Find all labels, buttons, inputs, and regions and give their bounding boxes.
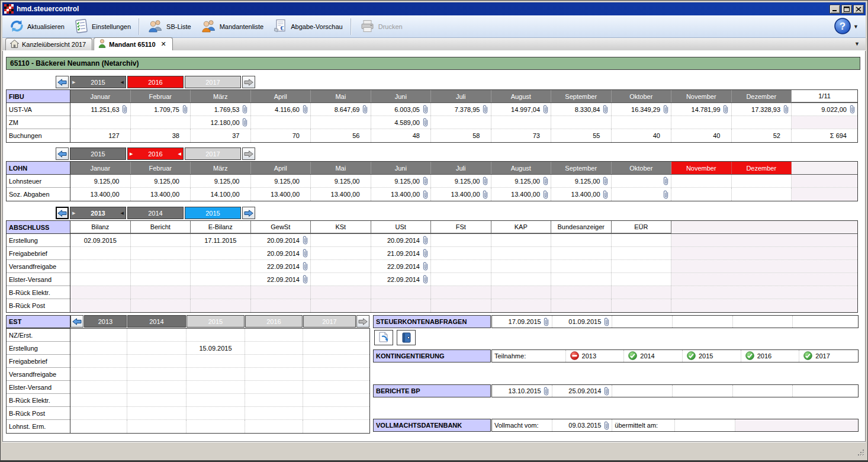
table-cell[interactable]: 40 bbox=[671, 129, 732, 142]
table-cell[interactable]: 56 bbox=[311, 129, 371, 142]
yearbar-right-arrow-button[interactable] bbox=[356, 315, 369, 328]
empty-cell[interactable] bbox=[612, 385, 673, 397]
table-cell[interactable] bbox=[491, 260, 552, 272]
table-cell[interactable] bbox=[491, 273, 552, 285]
table-cell[interactable] bbox=[70, 329, 127, 341]
participation-year-2017[interactable]: 2017 bbox=[799, 350, 858, 362]
paperclip-icon[interactable] bbox=[240, 118, 250, 127]
table-cell[interactable] bbox=[131, 286, 191, 299]
table-cell[interactable] bbox=[303, 368, 369, 380]
table-cell[interactable] bbox=[187, 420, 245, 433]
paperclip-icon[interactable] bbox=[541, 317, 552, 326]
paperclip-icon[interactable] bbox=[601, 317, 612, 326]
paperclip-icon[interactable] bbox=[300, 275, 310, 284]
table-cell[interactable] bbox=[191, 273, 251, 285]
table-cell[interactable]: 14.100,00 bbox=[191, 188, 251, 201]
table-cell[interactable] bbox=[131, 116, 191, 129]
table-cell[interactable]: 20.09.2014 bbox=[251, 234, 311, 246]
table-cell[interactable]: 8.330,84 bbox=[551, 103, 612, 116]
year-button-2017[interactable]: 2017 bbox=[185, 147, 241, 160]
table-cell[interactable] bbox=[127, 381, 187, 393]
table-cell[interactable] bbox=[187, 394, 245, 406]
table-cell[interactable]: 15.09.2015 bbox=[187, 342, 245, 354]
empty-cell[interactable] bbox=[733, 385, 793, 397]
table-cell[interactable] bbox=[612, 175, 672, 187]
paperclip-icon[interactable] bbox=[480, 190, 491, 199]
table-cell[interactable] bbox=[371, 299, 432, 312]
resize-grip[interactable] bbox=[857, 448, 865, 458]
table-cell[interactable] bbox=[131, 299, 191, 312]
paperclip-icon[interactable] bbox=[660, 177, 671, 185]
table-cell[interactable]: 21.09.2014 bbox=[371, 247, 432, 259]
table-cell[interactable] bbox=[551, 234, 612, 246]
table-cell[interactable]: 17.328,93 bbox=[732, 103, 792, 116]
table-cell[interactable]: 12.180,00 bbox=[191, 116, 251, 129]
paperclip-icon[interactable] bbox=[660, 190, 671, 199]
paperclip-icon[interactable] bbox=[420, 249, 430, 258]
table-cell[interactable]: 9.125,00 bbox=[371, 175, 432, 187]
table-cell[interactable] bbox=[431, 286, 491, 299]
paperclip-icon[interactable] bbox=[179, 105, 190, 114]
table-cell[interactable]: 58 bbox=[431, 129, 491, 142]
table-cell[interactable] bbox=[127, 355, 187, 367]
paperclip-icon[interactable] bbox=[541, 387, 552, 396]
table-cell[interactable] bbox=[303, 381, 369, 393]
table-cell[interactable] bbox=[671, 175, 732, 187]
yearbar-left-arrow-button[interactable] bbox=[56, 76, 69, 88]
paperclip-icon[interactable] bbox=[601, 421, 612, 430]
yearbar-left-arrow-button[interactable] bbox=[56, 207, 69, 219]
paperclip-icon[interactable] bbox=[420, 177, 430, 185]
table-cell[interactable]: 13.400,00 bbox=[551, 188, 612, 201]
table-cell[interactable] bbox=[187, 381, 245, 393]
table-cell[interactable] bbox=[187, 368, 245, 380]
table-cell[interactable]: 22.09.2014 bbox=[251, 273, 311, 285]
paperclip-icon[interactable] bbox=[120, 105, 130, 114]
paperclip-icon[interactable] bbox=[600, 177, 611, 185]
date-cell[interactable]: 01.09.2015 bbox=[552, 316, 613, 328]
table-cell[interactable] bbox=[491, 116, 552, 129]
table-cell[interactable] bbox=[431, 260, 491, 272]
table-cell[interactable] bbox=[191, 247, 251, 259]
table-cell[interactable] bbox=[303, 342, 369, 354]
table-cell[interactable] bbox=[303, 329, 369, 341]
table-cell[interactable]: 22.09.2014 bbox=[371, 260, 432, 272]
table-cell[interactable]: 6.003,05 bbox=[371, 103, 432, 116]
table-cell[interactable]: 52 bbox=[732, 129, 792, 142]
table-cell[interactable]: 55 bbox=[551, 129, 612, 142]
table-cell[interactable] bbox=[245, 420, 303, 433]
table-cell[interactable] bbox=[311, 286, 371, 299]
table-cell[interactable] bbox=[245, 329, 303, 341]
table-cell[interactable] bbox=[732, 175, 792, 187]
table-cell[interactable] bbox=[127, 329, 187, 341]
table-cell[interactable] bbox=[303, 420, 369, 433]
table-cell[interactable]: 40 bbox=[612, 129, 672, 142]
table-cell[interactable] bbox=[612, 188, 672, 201]
table-cell[interactable] bbox=[187, 329, 245, 341]
paperclip-icon[interactable] bbox=[420, 236, 430, 245]
table-cell[interactable] bbox=[491, 234, 552, 246]
table-cell[interactable] bbox=[303, 407, 369, 419]
year-button-2013[interactable]: 2013 bbox=[84, 315, 127, 328]
table-cell[interactable] bbox=[612, 234, 672, 246]
table-cell[interactable] bbox=[612, 286, 672, 299]
date-cell[interactable]: 09.03.2015 bbox=[552, 419, 613, 431]
table-cell[interactable] bbox=[612, 273, 672, 285]
year-button-2014[interactable]: 2014 bbox=[127, 207, 184, 219]
table-cell[interactable] bbox=[251, 299, 311, 312]
table-cell[interactable] bbox=[70, 381, 127, 393]
table-cell[interactable]: 02.09.2015 bbox=[70, 234, 131, 246]
table-cell[interactable]: 14.997,04 bbox=[491, 103, 552, 116]
help-dropdown-icon[interactable]: ▼ bbox=[853, 24, 859, 30]
table-cell[interactable] bbox=[70, 355, 127, 367]
table-cell[interactable]: 9.125,00 bbox=[311, 175, 371, 187]
table-cell[interactable] bbox=[70, 420, 127, 433]
table-cell[interactable] bbox=[187, 407, 245, 419]
table-cell[interactable] bbox=[612, 116, 672, 129]
table-cell[interactable] bbox=[311, 247, 371, 259]
empty-cell[interactable] bbox=[733, 316, 793, 328]
table-cell[interactable] bbox=[251, 116, 311, 129]
table-cell[interactable]: 22.09.2014 bbox=[251, 260, 311, 272]
table-cell[interactable]: 22.09.2014 bbox=[371, 273, 432, 285]
tab-1[interactable]: Kanzleiübersicht 2017 bbox=[5, 38, 92, 50]
tab-list-dropdown-icon[interactable]: ▼ bbox=[854, 41, 860, 47]
